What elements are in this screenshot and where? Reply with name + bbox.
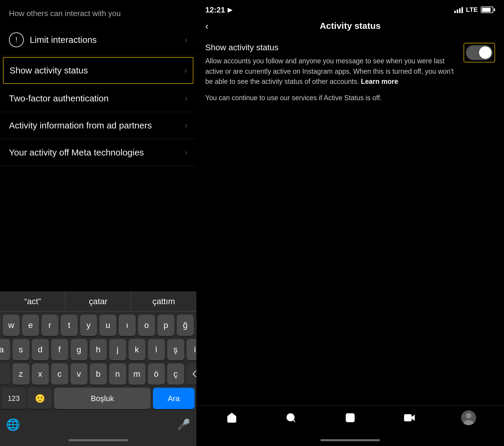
key-search[interactable]: Ara	[153, 388, 195, 409]
key-dotless-i[interactable]: ı	[119, 315, 136, 336]
battery-body	[481, 7, 493, 13]
svg-point-8	[466, 413, 471, 418]
menu-item-label: Show activity status	[10, 65, 88, 76]
menu-item-label: Activity information from ad partners	[9, 120, 152, 131]
nav-bar: ‹ Activity status	[196, 18, 504, 37]
key-numbers[interactable]: 123	[2, 388, 26, 409]
menu-item-label: Your activity off Meta technologies	[9, 147, 144, 158]
menu-item-label: Two-factor authentication	[9, 93, 109, 103]
key-t[interactable]: t	[61, 315, 78, 336]
key-a[interactable]: a	[0, 339, 10, 360]
key-k[interactable]: k	[129, 339, 145, 360]
menu-item-left: Two-factor authentication	[9, 93, 109, 103]
nav-home-icon[interactable]	[224, 410, 239, 425]
home-bar	[68, 439, 128, 441]
chevron-icon: ›	[185, 148, 187, 157]
key-o-umlaut[interactable]: ö	[148, 363, 165, 385]
globe-icon[interactable]: 🌐	[6, 418, 20, 431]
left-panel: How others can interact with you ! Limit…	[0, 0, 196, 446]
toggle-knob	[479, 46, 492, 59]
keyboard-area: “act” çatar çattım q w e r t y u ı o p ğ…	[0, 291, 196, 446]
key-h[interactable]: h	[90, 339, 107, 360]
activity-label-section: Show activity status Allow accounts you …	[205, 43, 464, 87]
key-f[interactable]: f	[51, 339, 68, 360]
key-s-cedilla[interactable]: ş	[167, 339, 184, 360]
key-c[interactable]: c	[51, 363, 68, 385]
battery-fill	[482, 8, 491, 12]
avatar	[461, 410, 476, 425]
time-display: 12:21	[205, 5, 225, 15]
mic-icon[interactable]: 🎤	[177, 418, 190, 431]
keyboard-row-2: a s d f g h j k l ş i	[2, 339, 195, 360]
menu-item-left: Show activity status	[10, 65, 88, 76]
signal-area: LTE	[454, 6, 495, 14]
spacer	[196, 227, 504, 406]
nav-search-icon[interactable]	[284, 410, 298, 425]
suggestion-catar[interactable]: çatar	[65, 291, 131, 311]
menu-item-show-activity-status[interactable]: Show activity status ›	[3, 57, 193, 84]
key-n[interactable]: n	[109, 363, 126, 385]
key-space[interactable]: Boşluk	[54, 388, 151, 409]
activity-status-row: Show activity status Allow accounts you …	[205, 43, 495, 87]
bottom-nav	[196, 405, 504, 434]
key-shift[interactable]: ⇧	[0, 363, 10, 385]
home-indicator-right	[196, 434, 504, 446]
key-x[interactable]: x	[32, 363, 49, 385]
menu-item-limit-interactions[interactable]: ! Limit interactions ›	[0, 24, 196, 56]
chevron-icon: ›	[185, 35, 187, 45]
location-arrow-icon: ▶	[228, 6, 232, 13]
nav-reels-icon[interactable]	[402, 410, 417, 425]
key-m[interactable]: m	[129, 363, 145, 385]
key-u[interactable]: u	[99, 315, 116, 336]
left-content: How others can interact with you ! Limit…	[0, 0, 196, 291]
back-button[interactable]: ‹	[205, 21, 209, 32]
limit-interactions-icon: !	[9, 32, 24, 47]
key-g-breve[interactable]: ğ	[177, 315, 194, 336]
chevron-icon: ›	[185, 121, 187, 130]
chevron-icon: ›	[185, 94, 187, 103]
menu-item-ad-partners[interactable]: Activity information from ad partners ›	[0, 112, 196, 139]
svg-rect-6	[404, 415, 411, 421]
key-e[interactable]: e	[22, 315, 39, 336]
key-g[interactable]: g	[71, 339, 87, 360]
key-q[interactable]: q	[0, 315, 0, 336]
key-c-cedilla[interactable]: ç	[167, 363, 184, 385]
menu-item-two-factor[interactable]: Two-factor authentication ›	[0, 85, 196, 112]
key-v[interactable]: v	[71, 363, 87, 385]
toggle-wrapper	[464, 43, 495, 62]
battery-tip	[494, 8, 495, 11]
learn-more-link[interactable]: Learn more	[361, 78, 398, 85]
key-r[interactable]: r	[41, 315, 58, 336]
key-p[interactable]: p	[157, 315, 174, 336]
key-w[interactable]: w	[3, 315, 20, 336]
suggestion-act[interactable]: “act”	[0, 291, 65, 311]
signal-bar-4	[461, 7, 463, 13]
keyboard-rows: q w e r t y u ı o p ğ ü a s d f g h	[0, 312, 196, 414]
keyboard-row-1: q w e r t y u ı o p ğ ü	[2, 315, 195, 336]
battery-icon	[481, 7, 495, 13]
key-d[interactable]: d	[32, 339, 49, 360]
keyboard-row-3: ⇧ z x c v b n m ö ç ⌫	[2, 363, 195, 385]
suggestion-cattim[interactable]: çattım	[131, 291, 196, 311]
key-o[interactable]: o	[138, 315, 155, 336]
menu-item-label: Limit interactions	[30, 35, 97, 45]
nav-add-icon[interactable]	[343, 410, 358, 425]
key-l[interactable]: l	[148, 339, 165, 360]
suggestions-bar: “act” çatar çattım	[0, 291, 196, 312]
keyboard-row-4: 123 🙂 Boşluk Ara	[2, 388, 195, 409]
key-emoji[interactable]: 🙂	[28, 388, 52, 409]
key-b[interactable]: b	[90, 363, 107, 385]
key-z[interactable]: z	[12, 363, 29, 385]
time-area: 12:21 ▶	[205, 5, 232, 15]
key-y[interactable]: y	[80, 315, 97, 336]
nav-title: Activity status	[320, 21, 381, 31]
nav-profile-icon[interactable]	[461, 410, 476, 425]
menu-item-meta-activity[interactable]: Your activity off Meta technologies ›	[0, 139, 196, 166]
activity-status-toggle[interactable]	[466, 45, 493, 60]
chevron-icon: ›	[184, 66, 187, 75]
continue-text: You can continue to use our services if …	[205, 93, 495, 103]
key-s[interactable]: s	[12, 339, 29, 360]
activity-status-title: Show activity status	[205, 43, 458, 52]
key-j[interactable]: j	[109, 339, 126, 360]
keyboard-bottom-bar: 🌐 🎤	[0, 414, 196, 434]
